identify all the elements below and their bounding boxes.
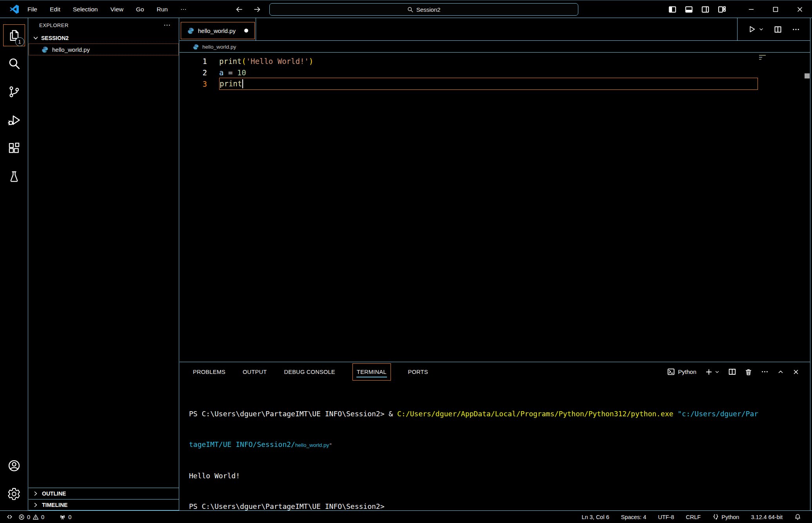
activity-bar-bottom: [3, 452, 25, 508]
menu-selection[interactable]: Selection: [73, 6, 98, 13]
text-segment: ): [309, 57, 313, 66]
maximize-button[interactable]: [763, 0, 788, 18]
line-number: 1: [180, 57, 207, 66]
folder-row-session2[interactable]: SESSION2: [29, 32, 179, 44]
error-icon: [18, 514, 25, 520]
file-row-hello-world[interactable]: hello_world.py: [29, 44, 179, 55]
python-file-icon: [187, 27, 194, 34]
current-line-highlight: print: [219, 78, 758, 90]
file-name: hello_world.py: [52, 46, 90, 53]
account-button[interactable]: [3, 455, 25, 477]
forward-arrow-icon[interactable]: [253, 5, 261, 13]
menu-run[interactable]: Run: [156, 6, 167, 13]
notifications-bell-icon[interactable]: [794, 514, 801, 520]
account-icon: [7, 459, 21, 473]
new-terminal-button[interactable]: [705, 368, 719, 375]
activity-testing-button[interactable]: [3, 166, 25, 188]
outline-section-header[interactable]: OUTLINE: [29, 488, 179, 499]
tab-terminal[interactable]: TERMINAL: [352, 363, 391, 381]
encoding-setting[interactable]: UTF-8: [658, 514, 674, 520]
search-icon: [407, 7, 413, 13]
search-text: Session2: [416, 6, 441, 13]
tab-ports[interactable]: PORTS: [408, 362, 428, 381]
menu-more-icon[interactable]: ⋯: [180, 6, 187, 13]
terminal-output[interactable]: PS C:\Users\dguer\PartageIMT\UE INFO\Ses…: [180, 381, 810, 523]
panel-more-actions-icon[interactable]: [761, 368, 768, 375]
explorer-more-actions-icon[interactable]: ⋯: [163, 21, 171, 29]
menu-view[interactable]: View: [110, 6, 123, 13]
explorer-empty-space: [29, 55, 179, 488]
toggle-panel-icon[interactable]: [685, 5, 693, 13]
terminal-line: PS C:\Users\dguer\PartageIMT\UE INFO\Ses…: [189, 409, 810, 419]
text-segment: print: [220, 79, 242, 88]
terminal-shell-selector[interactable]: Python: [667, 368, 696, 375]
bottom-panel: PROBLEMS OUTPUT DEBUG CONSOLE TERMINAL P…: [180, 362, 810, 510]
more-actions-icon[interactable]: [792, 26, 800, 33]
forwarded-ports-indicator[interactable]: 0: [59, 514, 71, 520]
activity-bar: 1: [0, 18, 28, 510]
code-text: a = 10: [219, 68, 246, 77]
tab-problems[interactable]: PROBLEMS: [193, 362, 225, 381]
breadcrumb-item-file[interactable]: hello_world.py: [202, 44, 236, 50]
panel-tab-bar: PROBLEMS OUTPUT DEBUG CONSOLE TERMINAL P…: [180, 362, 810, 381]
modified-dot-icon[interactable]: [244, 29, 248, 33]
explorer-sidebar: EXPLORER ⋯ SESSION2 hello_world.py OUTLI…: [29, 18, 179, 510]
status-bar-left: 0 0 0: [0, 514, 71, 520]
outline-label: OUTLINE: [42, 490, 66, 497]
breadcrumb: hello_world.py: [180, 41, 810, 53]
code-text: print('Hello World!'): [219, 57, 313, 66]
activity-source-control-button[interactable]: [3, 81, 25, 103]
text-segment: a: [219, 68, 223, 77]
error-count: 0: [27, 514, 30, 520]
vertical-scrollbar-thumb[interactable]: [805, 73, 810, 78]
indentation-setting[interactable]: Spaces: 4: [621, 514, 647, 520]
eol-setting[interactable]: CRLF: [686, 514, 701, 520]
command-center-search[interactable]: Session2: [269, 3, 578, 16]
minimap[interactable]: [759, 55, 768, 60]
toggle-sidebar-icon[interactable]: [668, 5, 676, 13]
text-segment: C:/Users/dguer/AppData/Local/Programs/Py…: [397, 410, 678, 418]
split-editor-icon[interactable]: [774, 26, 782, 33]
menu-bar: File Edit Selection View Go Run ⋯: [27, 0, 186, 18]
back-arrow-icon[interactable]: [235, 5, 243, 13]
editor-group: hello_world.py: [180, 18, 810, 510]
tab-debug-console[interactable]: DEBUG CONSOLE: [284, 362, 335, 381]
python-file-icon: [42, 46, 48, 53]
kill-terminal-trash-icon[interactable]: [745, 368, 752, 375]
terminal-icon: [667, 368, 675, 375]
split-terminal-icon[interactable]: [728, 368, 736, 375]
toggle-secondary-sidebar-icon[interactable]: [701, 5, 709, 13]
line-number: 2: [180, 68, 207, 77]
tab-output[interactable]: OUTPUT: [243, 362, 267, 381]
terminal-line: tageIMT/UE INFO/Session2/hello_world.py": [189, 439, 810, 450]
activity-explorer-button[interactable]: 1: [3, 24, 25, 46]
timeline-label: TIMELINE: [42, 502, 67, 508]
close-button[interactable]: [788, 0, 812, 18]
maximize-panel-icon[interactable]: [777, 369, 784, 375]
problems-indicator[interactable]: 0 0: [18, 514, 44, 520]
text-segment: 10: [237, 68, 246, 77]
menu-edit[interactable]: Edit: [50, 6, 60, 13]
python-interpreter[interactable]: 3.12.4 64-bit: [751, 514, 783, 520]
code-editor[interactable]: 1 print('Hello World!') 2 a = 10 3 print: [180, 53, 810, 362]
minimize-button[interactable]: [739, 0, 763, 18]
menu-file[interactable]: File: [27, 6, 37, 13]
close-panel-icon[interactable]: [793, 369, 799, 375]
cursor-position[interactable]: Ln 3, Col 6: [582, 514, 609, 520]
customize-layout-icon[interactable]: [718, 5, 726, 13]
activity-extensions-button[interactable]: [3, 137, 25, 159]
settings-button[interactable]: [3, 483, 25, 505]
timeline-section-header[interactable]: TIMELINE: [29, 499, 179, 510]
chevron-right-icon: [33, 502, 39, 508]
menu-go[interactable]: Go: [136, 6, 144, 13]
remote-indicator[interactable]: [6, 514, 13, 520]
activity-search-button[interactable]: [3, 53, 25, 75]
activity-run-debug-button[interactable]: [3, 109, 25, 131]
tab-hello-world[interactable]: hello_world.py: [181, 22, 255, 39]
explorer-header: EXPLORER ⋯: [29, 18, 179, 32]
editor-actions: [737, 18, 810, 40]
run-button[interactable]: [748, 25, 764, 33]
language-mode[interactable]: Python: [712, 514, 739, 520]
python-file-icon: [193, 44, 199, 50]
status-bar-right: Ln 3, Col 6 Spaces: 4 UTF-8 CRLF Python …: [582, 514, 812, 520]
